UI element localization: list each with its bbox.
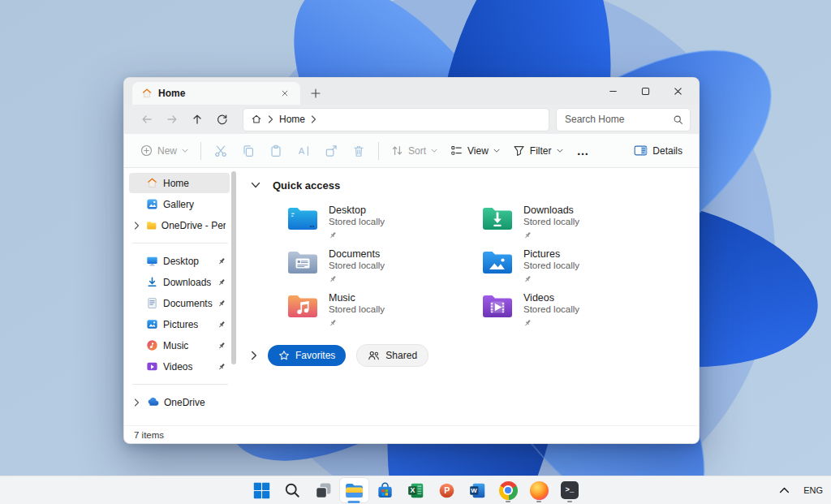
- sidebar-item-videos[interactable]: Videos: [129, 356, 230, 377]
- close-button[interactable]: [661, 78, 694, 105]
- task-view-icon: [315, 482, 332, 499]
- quick-access-item-documents[interactable]: Documents Stored locally: [286, 248, 481, 286]
- share-button[interactable]: [317, 139, 345, 163]
- new-tab-button[interactable]: [307, 84, 325, 102]
- quick-access-item-pictures[interactable]: Pictures Stored locally: [481, 248, 699, 286]
- scissors-icon: [214, 144, 227, 157]
- chevron-down-icon: [493, 148, 500, 153]
- terminal-icon: >_: [561, 481, 579, 499]
- pin-icon: [523, 228, 579, 243]
- onedrive-cloud-icon: [146, 396, 159, 408]
- filter-label: Filter: [530, 145, 552, 157]
- status-bar: 7 items: [124, 425, 699, 443]
- favorites-pill-button[interactable]: Favorites: [268, 345, 346, 366]
- taskbar-search-button[interactable]: [278, 478, 307, 502]
- tab-home[interactable]: Home: [132, 82, 300, 105]
- language-indicator[interactable]: ENG: [803, 485, 823, 495]
- view-button[interactable]: View: [444, 139, 506, 163]
- sidebar-item-home[interactable]: Home: [129, 173, 230, 193]
- item-name: Music: [329, 292, 385, 304]
- tab-close-button[interactable]: [276, 84, 294, 102]
- search-icon: [284, 482, 300, 498]
- address-bar[interactable]: Home: [243, 108, 549, 131]
- show-hidden-icons-chevron[interactable]: [779, 486, 790, 494]
- quick-access-item-desktop[interactable]: Desktop Stored locally: [286, 205, 481, 243]
- breadcrumb-home[interactable]: Home: [279, 114, 305, 125]
- shared-pill-button[interactable]: Shared: [356, 344, 428, 367]
- quick-access-header[interactable]: Quick access: [251, 179, 699, 192]
- taskbar-firefox-button[interactable]: [525, 478, 553, 502]
- quick-access-item-videos[interactable]: Videos Stored locally: [481, 292, 699, 330]
- cut-button[interactable]: [207, 139, 235, 163]
- sidebar-item-music[interactable]: Music: [129, 335, 230, 355]
- quick-access-item-downloads[interactable]: Downloads Stored locally: [481, 205, 699, 243]
- taskbar-file-explorer-button[interactable]: [340, 478, 368, 502]
- search-box[interactable]: [556, 108, 691, 131]
- sidebar-item-desktop[interactable]: Desktop: [129, 251, 230, 271]
- sidebar-item-pictures[interactable]: Pictures: [129, 314, 230, 334]
- filter-funnel-icon: [513, 144, 525, 157]
- window-body: Home Gallery: [124, 168, 699, 425]
- taskbar-powerpoint-button[interactable]: P: [433, 478, 461, 502]
- taskbar-task-view-button[interactable]: [309, 478, 338, 502]
- navigation-bar: Home: [124, 105, 699, 134]
- sidebar-separator: [132, 384, 228, 385]
- taskbar-chrome-button[interactable]: [494, 478, 523, 502]
- back-button[interactable]: [134, 108, 159, 131]
- running-indicator: [506, 501, 510, 503]
- videos-icon: [146, 360, 158, 373]
- trash-icon: [352, 144, 365, 157]
- pin-icon: [217, 363, 226, 371]
- search-input[interactable]: [563, 113, 673, 126]
- item-name: Videos: [523, 292, 579, 304]
- item-subtitle: Stored locally: [523, 304, 579, 314]
- more-options-button[interactable]: …: [570, 139, 597, 163]
- sidebar-scrollbar[interactable]: [231, 171, 236, 364]
- taskbar-excel-button[interactable]: X: [402, 478, 430, 502]
- taskbar-terminal-button[interactable]: >_: [556, 478, 584, 502]
- sidebar-item-onedrive[interactable]: OneDrive: [129, 392, 230, 412]
- sort-button[interactable]: Sort: [385, 139, 444, 163]
- sidebar-item-onedrive-personal[interactable]: OneDrive - Perso: [129, 215, 230, 235]
- sidebar-item-label: Home: [163, 178, 189, 189]
- people-icon: [368, 350, 380, 361]
- home-outline-icon: [251, 114, 262, 125]
- refresh-button[interactable]: [209, 108, 235, 131]
- chevron-down-icon: [182, 148, 188, 153]
- sidebar-item-gallery[interactable]: Gallery: [129, 194, 230, 214]
- ellipsis-icon: …: [577, 147, 590, 155]
- maximize-button[interactable]: [629, 78, 661, 105]
- up-button[interactable]: [184, 108, 209, 131]
- taskbar-start-button[interactable]: [248, 478, 276, 502]
- quick-access-item-music[interactable]: Music Stored locally: [286, 292, 481, 330]
- item-name: Desktop: [329, 205, 385, 216]
- sidebar-item-downloads[interactable]: Downloads: [129, 272, 230, 292]
- chevron-down-icon: [251, 182, 260, 189]
- new-button[interactable]: New: [134, 139, 195, 163]
- details-pane-button[interactable]: Details: [627, 139, 689, 163]
- arrow-up-icon: [191, 113, 204, 126]
- sort-label: Sort: [408, 145, 426, 157]
- rename-button[interactable]: A: [290, 139, 317, 163]
- content-area: Quick access Desktop Stored locally: [238, 168, 699, 425]
- forward-button[interactable]: [159, 108, 184, 131]
- maximize-icon: [640, 86, 651, 97]
- item-name: Downloads: [523, 205, 579, 216]
- pin-icon: [329, 272, 385, 286]
- filter-button[interactable]: Filter: [506, 139, 570, 163]
- view-list-icon: [450, 144, 463, 157]
- chevron-right-icon[interactable]: [251, 351, 257, 360]
- sidebar-item-documents[interactable]: Documents: [129, 293, 230, 313]
- minimize-button[interactable]: [596, 78, 629, 105]
- delete-button[interactable]: [345, 139, 372, 163]
- paste-button[interactable]: [262, 139, 290, 163]
- desktop-icon: [146, 255, 158, 267]
- chevron-right-icon: [134, 398, 140, 407]
- view-label: View: [467, 145, 489, 157]
- powerpoint-icon: P: [438, 482, 455, 499]
- tab-title: Home: [158, 88, 185, 99]
- copy-button[interactable]: [235, 139, 262, 163]
- taskbar-microsoft-store-button[interactable]: [371, 478, 399, 502]
- firefox-icon: [530, 481, 549, 500]
- taskbar-word-button[interactable]: W: [463, 478, 492, 502]
